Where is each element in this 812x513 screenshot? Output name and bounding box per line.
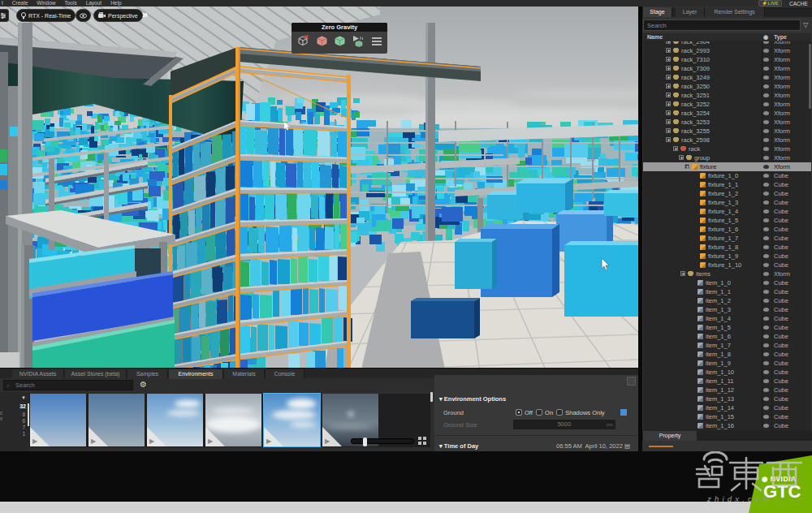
svg-text:zhidx.com: zhidx.com	[706, 494, 773, 503]
